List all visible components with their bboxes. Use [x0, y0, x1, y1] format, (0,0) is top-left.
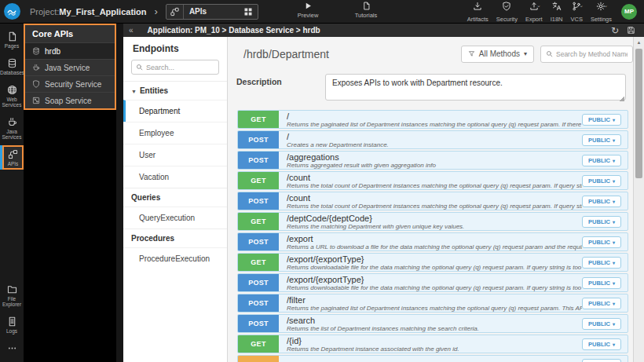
- core-api-item-hrdb[interactable]: hrdb: [25, 42, 115, 59]
- chevron-right-icon: ›: [155, 5, 158, 17]
- core-api-item-security-service[interactable]: Security Service: [25, 75, 115, 92]
- endpoint-item-user[interactable]: User: [123, 144, 227, 166]
- endpoints-panel: Endpoints ▼EntitiesDepartmentEmployeeUse…: [123, 37, 228, 362]
- endpoints-section-procedures[interactable]: Procedures: [123, 229, 227, 247]
- api-row[interactable]: PUTPUBLIC▾: [237, 355, 628, 362]
- method-badge: POST: [238, 152, 279, 169]
- api-row[interactable]: GET/deptCode/{deptCode}Returns the match…: [237, 212, 628, 231]
- description-textarea[interactable]: Exposes APIs to work with Department res…: [325, 74, 626, 101]
- visibility-button[interactable]: PUBLIC▾: [582, 277, 621, 289]
- visibility-button[interactable]: PUBLIC▾: [582, 196, 621, 207]
- sidebar-item-apis[interactable]: APIs: [2, 145, 24, 170]
- core-api-item-soap-service[interactable]: Soap Service: [25, 92, 115, 108]
- endpoint-item-procedureexecution[interactable]: ProcedureExecution: [123, 247, 227, 269]
- caret-down-icon: ▼: [131, 89, 137, 94]
- tutorials-button[interactable]: Tutorials: [349, 2, 383, 19]
- core-api-item-label: Soap Service: [45, 97, 91, 105]
- topbar-action-artifacts[interactable]: Artifacts: [463, 0, 492, 23]
- api-row[interactable]: POST/countReturns the total count of Dep…: [237, 192, 628, 210]
- visibility-button[interactable]: PUBLIC▾: [582, 359, 621, 362]
- endpoint-item-employee[interactable]: Employee: [123, 122, 227, 144]
- caret-down-icon: ▾: [613, 321, 615, 327]
- endpoint-item-vacation[interactable]: Vacation: [123, 166, 227, 188]
- api-row[interactable]: GET/{id}Returns the Department instance …: [237, 335, 628, 353]
- scrollbar-up-button[interactable]: ▲: [634, 37, 644, 47]
- visibility-button[interactable]: PUBLIC▾: [582, 257, 621, 269]
- visibility-label: PUBLIC: [588, 320, 610, 327]
- api-description: Returns aggregated result with given agg…: [287, 162, 582, 169]
- api-row[interactable]: GET/export/{exportType}Returns downloada…: [237, 253, 628, 272]
- collapse-panel-icon[interactable]: «: [129, 27, 134, 35]
- visibility-button[interactable]: PUBLIC▾: [582, 114, 621, 126]
- topbar-action-label: I18N: [551, 16, 563, 23]
- visibility-label: PUBLIC: [588, 239, 610, 246]
- topbar-actions: ArtifactsSecurity⌄ExportI18N⌄VCS⌄Setting…: [463, 0, 616, 23]
- core-api-item-java-service[interactable]: Java Service: [25, 59, 115, 75]
- visibility-label: PUBLIC: [588, 157, 610, 164]
- database-icon: [32, 47, 40, 55]
- api-row[interactable]: POST/exportReturns a URL to download a f…: [237, 232, 628, 251]
- description-label: Description: [236, 74, 325, 104]
- sidebar-item-databases[interactable]: Databases: [0, 54, 24, 79]
- save-icon[interactable]: [627, 26, 635, 35]
- topbar-action-security[interactable]: Security: [492, 0, 521, 23]
- api-row[interactable]: GET/Returns the paginated list of Depart…: [237, 110, 628, 129]
- endpoints-section-queries[interactable]: Queries: [123, 188, 227, 207]
- sidebar-item-file-explorer[interactable]: File Explorer: [0, 280, 24, 310]
- visibility-label: PUBLIC: [588, 116, 610, 123]
- panel-splitter[interactable]: [116, 24, 123, 362]
- left-rail: PagesDatabasesWeb ServicesJava ServicesA…: [0, 24, 24, 362]
- refresh-icon[interactable]: ↻: [611, 26, 619, 35]
- api-row[interactable]: POST/aggregationsReturns aggregated resu…: [237, 151, 628, 170]
- topbar-action-i18n[interactable]: I18N: [547, 0, 567, 23]
- visibility-button[interactable]: PUBLIC▾: [582, 216, 621, 228]
- topbar-action-export[interactable]: ⌄Export: [521, 0, 547, 23]
- caret-down-icon: ▾: [613, 199, 615, 204]
- api-description: Returns the total count of Department in…: [287, 182, 582, 189]
- sidebar-item-logs[interactable]: Logs: [0, 313, 24, 337]
- security-shield-icon: [502, 2, 511, 11]
- sidebar-item-pages[interactable]: Pages: [0, 27, 24, 52]
- caret-down-icon: ▾: [613, 342, 615, 347]
- method-search-input[interactable]: [556, 50, 628, 58]
- api-path: /: [287, 132, 582, 141]
- app-logo[interactable]: [0, 0, 24, 24]
- endpoints-section-entities[interactable]: ▼Entities: [123, 81, 227, 100]
- visibility-button[interactable]: PUBLIC▾: [582, 134, 621, 146]
- methods-filter-button[interactable]: All Methods ▾: [461, 46, 534, 63]
- visibility-label: PUBLIC: [588, 341, 610, 348]
- caret-down-icon: ▾: [613, 137, 615, 143]
- scrollbar-thumb[interactable]: [635, 49, 642, 178]
- caret-down-icon: ▾: [613, 240, 615, 245]
- endpoint-item-queryexecution[interactable]: QueryExecution: [123, 207, 227, 229]
- caret-down-icon: ▾: [613, 280, 615, 286]
- visibility-button[interactable]: PUBLIC▾: [582, 175, 621, 187]
- caret-down-icon: ▾: [613, 260, 615, 265]
- topbar-action-vcs[interactable]: ⌄VCS: [566, 0, 586, 23]
- workspace-selector[interactable]: APIs: [166, 4, 258, 20]
- visibility-button[interactable]: PUBLIC▾: [582, 236, 621, 248]
- api-row[interactable]: POST/export/{exportType}Returns download…: [237, 273, 628, 292]
- endpoint-item-department[interactable]: Department: [123, 100, 227, 122]
- endpoints-sections: ▼EntitiesDepartmentEmployeeUserVacationQ…: [123, 81, 227, 269]
- api-row[interactable]: POST/filterReturns the paginated list of…: [237, 294, 628, 313]
- visibility-button[interactable]: PUBLIC▾: [582, 338, 621, 350]
- api-row[interactable]: POST/Creates a new Department instance.P…: [237, 130, 628, 149]
- visibility-button[interactable]: PUBLIC▾: [582, 318, 621, 330]
- sidebar-item-more[interactable]: [0, 339, 24, 357]
- endpoints-search-input[interactable]: [146, 64, 214, 71]
- project-name: Project:My_First_Application: [30, 7, 147, 16]
- api-row[interactable]: GET/countReturns the total count of Depa…: [237, 171, 628, 190]
- sidebar-item-web-services[interactable]: Web Services: [0, 81, 24, 111]
- api-row[interactable]: POST/searchReturns the list of Departmen…: [237, 314, 628, 333]
- visibility-label: PUBLIC: [588, 218, 610, 225]
- visibility-button[interactable]: PUBLIC▾: [582, 298, 621, 309]
- user-avatar[interactable]: MP: [621, 4, 637, 20]
- method-badge: GET: [238, 172, 279, 189]
- api-path: /count: [287, 173, 582, 182]
- sidebar-item-java-services[interactable]: Java Services: [0, 113, 24, 143]
- api-row-text: /countReturns the total count of Departm…: [287, 173, 582, 189]
- preview-button[interactable]: Preview: [291, 2, 325, 19]
- visibility-button[interactable]: PUBLIC▾: [582, 155, 621, 166]
- topbar-action-settings[interactable]: ⌄Settings: [587, 0, 616, 23]
